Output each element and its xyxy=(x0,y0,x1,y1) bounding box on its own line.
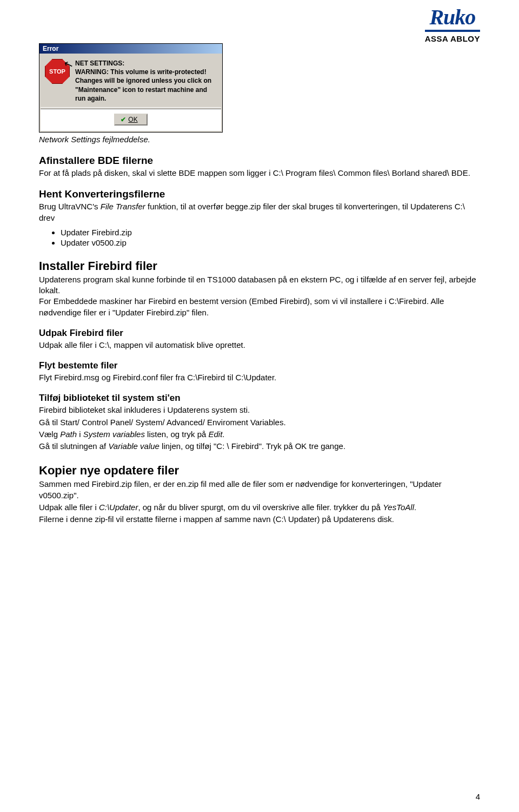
heading-kopier: Kopier nye opdatere filer xyxy=(39,464,480,478)
para-tilfoj-2: Gå til Start/ Control Panel/ System/ Adv… xyxy=(39,417,480,428)
para-tilfoj-1: Firebird biblioteket skal inkluderes i U… xyxy=(39,405,480,415)
brand-name: Ruko xyxy=(425,6,480,28)
list-item: Updater v0500.zip xyxy=(61,238,480,247)
para-hent: Brug UltraVNC's File Transfer funktion, … xyxy=(39,201,480,223)
para-tilfoj-3: Vælg Path i System variables listen, og … xyxy=(39,429,480,440)
heading-installer: Installer Firebird filer xyxy=(39,259,480,273)
para-afinstallere: For at få plads på disken, skal vi slett… xyxy=(39,168,480,179)
brand-logo: Ruko ASSA ABLOY xyxy=(425,6,480,43)
para-kopier-1: Sammen med Firebird.zip filen, er der en… xyxy=(39,479,480,501)
para-flyt: Flyt Firebird.msg og Firebird.conf filer… xyxy=(39,372,480,383)
heading-hent: Hent Konverteringsfilerne xyxy=(39,188,480,200)
heading-tilfoj: Tilføj biblioteket til system sti'en xyxy=(39,393,480,404)
dialog-button-row: ✔ OK xyxy=(41,109,221,131)
ok-button-label: OK xyxy=(128,116,137,123)
stop-icon: STOP ↖ xyxy=(45,59,70,84)
dialog-titlebar: Error xyxy=(39,44,222,54)
para-udpak: Udpak alle filer i C:\, mappen vil autom… xyxy=(39,340,480,351)
file-list: Updater Firebird.zip Updater v0500.zip xyxy=(61,228,480,247)
figure-caption: Network Settings fejlmeddelse. xyxy=(39,134,480,145)
heading-flyt: Flyt bestemte filer xyxy=(39,360,480,371)
heading-afinstallere: Afinstallere BDE filerne xyxy=(39,155,480,167)
heading-udpak: Udpak Firebird filer xyxy=(39,328,480,339)
dialog-separator xyxy=(41,107,221,108)
para-tilfoj-4: Gå til slutningen af Variable value linj… xyxy=(39,441,480,452)
ok-button[interactable]: ✔ OK xyxy=(114,114,147,126)
error-dialog: Error STOP ↖ NET SETTINGS: WARNING: This… xyxy=(39,43,223,133)
dialog-body: STOP ↖ NET SETTINGS: WARNING: This volum… xyxy=(39,54,222,106)
para-kopier-3: Filerne i denne zip-fil vil erstatte fil… xyxy=(39,514,480,525)
dialog-message: NET SETTINGS: WARNING: This volume is wr… xyxy=(75,59,217,103)
check-icon: ✔ xyxy=(121,116,126,123)
page-number: 4 xyxy=(476,792,480,801)
list-item: Updater Firebird.zip xyxy=(61,228,480,237)
para-kopier-2: Udpak alle filer i C:\Updater, og når du… xyxy=(39,502,480,513)
para-installer: Updaterens program skal kunne forbinde t… xyxy=(39,274,480,318)
brand-sub: ASSA ABLOY xyxy=(425,34,480,43)
brand-underline xyxy=(425,30,480,32)
